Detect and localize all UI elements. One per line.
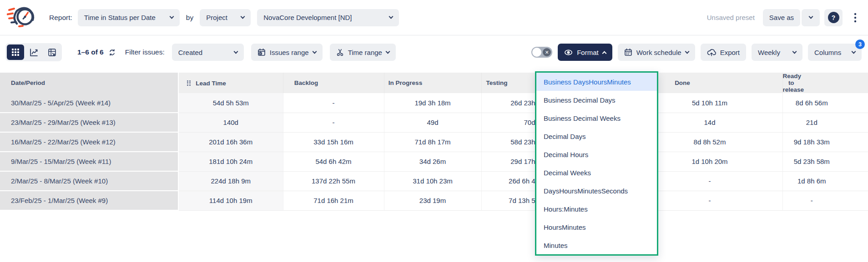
value-cell: 201d 16h 36m xyxy=(178,132,283,152)
value-cell: 33d 15h 16m xyxy=(283,132,384,152)
column-header-done[interactable]: Done xyxy=(637,73,782,93)
table-view-button[interactable] xyxy=(7,44,24,60)
report-label: Report: xyxy=(49,14,72,22)
format-option[interactable]: Decimal Days xyxy=(536,127,657,145)
column-header-in-progress[interactable]: In Progress xyxy=(384,73,481,93)
value-cell: 31d 10h 23m xyxy=(384,171,481,191)
value-cell: 5d 23h 58m xyxy=(782,152,868,171)
column-header-backlog[interactable]: Backlog xyxy=(283,73,384,93)
work-schedule-label: Work schedule xyxy=(636,49,681,56)
chevron-down-icon xyxy=(685,49,689,54)
value-cell: 19d 3h 18m xyxy=(384,93,481,113)
save-as-button[interactable]: Save as xyxy=(763,9,800,26)
filter-issues-label: Filter issues: xyxy=(125,48,165,56)
value-cell: 9d 18h 33m xyxy=(782,132,868,152)
value-cell: 137d 22h 55m xyxy=(283,171,384,191)
table-row: 2/Mar/25 - 8/Mar/25 (Week #10)224d 18h 9… xyxy=(0,171,868,191)
format-button[interactable]: Format xyxy=(558,44,612,61)
time-range-button[interactable]: Time range xyxy=(330,44,396,61)
format-option[interactable]: Business Decimal Days xyxy=(536,91,657,109)
period-cell: 23/Mar/25 - 29/Mar/25 (Week #13) xyxy=(0,113,178,132)
toggle-knob xyxy=(532,48,541,57)
format-option[interactable]: Decimal Weeks xyxy=(536,163,657,182)
view-switcher xyxy=(5,43,62,61)
pivot-table-icon xyxy=(48,48,56,57)
toggle-switch[interactable]: ✕ xyxy=(531,47,552,58)
value-cell: 34d 26m xyxy=(384,152,481,171)
chevron-down-icon xyxy=(792,49,797,54)
refresh-icon xyxy=(108,49,116,56)
column-header-lead-time[interactable]: Lead Time xyxy=(178,73,283,93)
refresh-button[interactable] xyxy=(107,48,117,57)
pivot-view-button[interactable] xyxy=(43,44,61,60)
period-cell: 9/Mar/25 - 15/Mar/25 (Week #11) xyxy=(0,152,178,171)
scissors-icon xyxy=(336,49,344,56)
columns-label: Columns xyxy=(814,49,841,56)
drag-handle-icon[interactable] xyxy=(187,80,191,86)
more-menu-button[interactable] xyxy=(847,9,863,26)
chevron-down-icon xyxy=(241,15,245,19)
chevron-down-icon xyxy=(312,49,317,54)
table-row: 16/Mar/25 - 22/Mar/25 (Week #12)201d 16h… xyxy=(0,132,868,152)
value-cell: 8d 8h 52m xyxy=(637,132,782,152)
project-select[interactable]: NovaCore Development [ND] xyxy=(257,9,399,26)
period-cell: 2/Mar/25 - 8/Mar/25 (Week #10) xyxy=(0,171,178,191)
format-option[interactable]: Decimal Hours xyxy=(536,145,657,163)
question-mark-icon: ? xyxy=(828,12,839,23)
chevron-down-icon xyxy=(808,15,813,19)
calendar-icon xyxy=(624,48,632,56)
chart-view-button[interactable] xyxy=(25,44,42,60)
format-option[interactable]: Hours:Minutes xyxy=(536,200,657,218)
format-option[interactable]: Minutes xyxy=(536,236,657,254)
chevron-down-icon xyxy=(233,49,238,54)
chevron-up-icon xyxy=(602,51,606,55)
value-cell: 114d 10h 19m xyxy=(178,191,283,210)
value-cell: 1d 8h 6m xyxy=(782,171,868,191)
report-type-value: Time in Status per Date xyxy=(84,14,156,21)
value-cell: - xyxy=(637,171,782,191)
report-table-body: 30/Mar/25 - 5/Apr/25 (Week #14)54d 5h 53… xyxy=(0,93,868,210)
value-cell: 224d 18h 9m xyxy=(178,171,283,191)
save-as-label: Save as xyxy=(769,14,794,21)
value-cell: 1d 10h 20m xyxy=(637,152,782,171)
help-button[interactable]: ? xyxy=(824,9,843,26)
calendar-clock-icon xyxy=(257,48,266,56)
format-option[interactable]: Business Decimal Weeks xyxy=(536,109,657,127)
value-cell: 140d xyxy=(178,113,283,132)
format-option[interactable]: Business DaysHoursMinutes xyxy=(536,73,657,91)
table-header-row: Date/Period Lead Time Backlog In Progres… xyxy=(0,73,868,93)
chevron-down-icon xyxy=(169,15,174,19)
columns-button[interactable]: Columns 3 xyxy=(808,44,862,61)
issues-range-button[interactable]: Issues range xyxy=(251,44,323,61)
toggle-x-icon: ✕ xyxy=(543,48,551,56)
value-cell: - xyxy=(283,93,384,113)
column-header-date-period[interactable]: Date/Period xyxy=(0,73,178,93)
save-as-dropdown-button[interactable] xyxy=(802,9,820,26)
value-cell: 54d 6h 42m xyxy=(283,152,384,171)
export-button[interactable]: Export xyxy=(701,44,746,61)
value-cell: - xyxy=(782,191,868,210)
period-cell: 23/Feb/25 - 1/Mar/25 (Week #9) xyxy=(0,191,178,210)
report-type-select[interactable]: Time in Status per Date xyxy=(78,9,180,26)
work-schedule-button[interactable]: Work schedule xyxy=(618,44,695,61)
chevron-down-icon xyxy=(385,49,390,54)
column-header-ready-to-release[interactable]: Ready to release xyxy=(782,73,868,93)
value-cell: - xyxy=(283,113,384,132)
report-table: Date/Period Lead Time Backlog In Progres… xyxy=(0,73,868,211)
topbar-right: Unsaved preset Save as ? xyxy=(707,9,863,26)
filter-field-select[interactable]: Created xyxy=(172,44,244,61)
period-select[interactable]: Weekly xyxy=(752,44,802,61)
group-by-select[interactable]: Project xyxy=(200,9,251,26)
value-cell: 14d xyxy=(637,113,782,132)
table-row: 23/Feb/25 - 1/Mar/25 (Week #9)114d 10h 1… xyxy=(0,191,868,210)
value-cell: 71d 16h 21m xyxy=(283,191,384,210)
filter-field-value: Created xyxy=(178,49,202,56)
value-cell: 5d 10h 11m xyxy=(637,93,782,113)
project-value: NovaCore Development [ND] xyxy=(263,14,352,21)
line-chart-icon xyxy=(30,48,38,57)
format-option[interactable]: DaysHoursMinutesSeconds xyxy=(536,182,657,200)
toolbar: 1–6 of 6 Filter issues: Created Issues r… xyxy=(0,43,868,62)
format-option[interactable]: HoursMinutes xyxy=(536,218,657,236)
chevron-down-icon xyxy=(389,15,394,19)
chevron-down-icon xyxy=(852,49,856,54)
